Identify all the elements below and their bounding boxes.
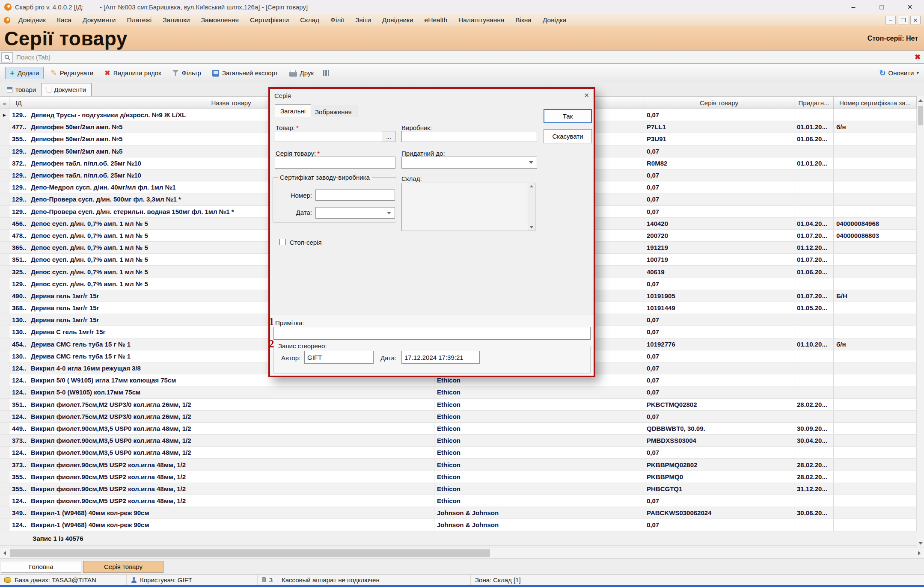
dialog-tab-image[interactable]: Зображення xyxy=(309,106,357,117)
dialog-title-bar[interactable]: Серія ✕ xyxy=(270,89,594,102)
listbox-scrollbar[interactable] xyxy=(528,183,535,231)
cert-date-combo[interactable] xyxy=(315,207,395,219)
table-row[interactable]: 349..Викрил-1 (W9468) 40мм кол-реж 90смJ… xyxy=(0,507,917,519)
menu-item[interactable]: Довідка xyxy=(543,16,567,24)
menu-item[interactable]: eHealth xyxy=(425,16,447,24)
product-browse-button[interactable]: ... xyxy=(382,131,395,142)
table-row[interactable]: 124..Викрил фиолет.90см,М3,5 USP0 кол.иг… xyxy=(0,447,917,459)
column-header[interactable]: Серія товару xyxy=(644,97,794,109)
bottom-tab-holovna[interactable]: Головна xyxy=(1,561,81,573)
table-row[interactable]: 124..Викрил фиолет.90см,М5 USP2 кол.игла… xyxy=(0,495,917,507)
pencil-icon: ✎ xyxy=(51,68,56,77)
table-cell: 129.. xyxy=(9,206,28,217)
scroll-left-icon[interactable] xyxy=(0,548,9,558)
menu-item[interactable]: Платежі xyxy=(127,16,152,24)
menu-item[interactable]: Сертифікати xyxy=(250,16,289,24)
minimize-button[interactable]: – xyxy=(839,0,868,14)
edit-button[interactable]: ✎ Редагувати xyxy=(46,66,98,80)
table-cell xyxy=(834,193,917,205)
table-cell xyxy=(834,109,917,121)
table-row[interactable]: 351..Викрил фиолет.75см,М2 USP3/0 кол.иг… xyxy=(0,399,917,411)
table-cell: 0,07 xyxy=(644,278,794,290)
table-cell: 351.. xyxy=(9,254,28,265)
menu-item[interactable]: Залишки xyxy=(163,16,190,24)
columns-icon[interactable] xyxy=(323,70,329,76)
table-cell: 01.10.20... xyxy=(794,338,834,350)
cancel-button[interactable]: Скасувати xyxy=(544,129,592,143)
manufacturer-field[interactable] xyxy=(401,131,537,142)
menu-item[interactable]: Вікна xyxy=(515,16,532,24)
note-field[interactable] xyxy=(273,327,591,340)
search-input[interactable] xyxy=(13,53,911,61)
table-cell: 01.01.20... xyxy=(794,157,834,169)
export-button[interactable]: Загальний експорт xyxy=(208,67,282,79)
clear-search-icon[interactable]: ✖ xyxy=(911,53,924,62)
warehouse-listbox[interactable] xyxy=(401,183,535,231)
created-date-field[interactable] xyxy=(401,351,480,364)
table-row[interactable]: 124..Викрил фиолет.75см,М2 USP3/0 кол.иг… xyxy=(0,411,917,423)
scroll-down-icon[interactable] xyxy=(528,224,535,231)
ok-button[interactable]: Так xyxy=(544,109,592,123)
vertical-scroll-thumb[interactable] xyxy=(918,106,923,125)
refresh-dropdown-icon[interactable]: ▾ xyxy=(916,70,919,76)
author-field[interactable] xyxy=(304,351,374,364)
tab-dokumenty[interactable]: Документи xyxy=(41,83,92,96)
table-row[interactable]: 124..Викрил 5-0 (W9105) кол.17мм 75смEth… xyxy=(0,386,917,398)
table-row[interactable]: 373..Викрил фиолет.90см,М5 USP2 кол.игла… xyxy=(0,459,917,471)
menu-item[interactable]: Замовлення xyxy=(201,16,239,24)
table-row[interactable]: 355..Викрил фиолет.90см,М5 USP2 кол.игла… xyxy=(0,483,917,495)
menu-item[interactable]: Філії xyxy=(330,16,344,24)
add-button[interactable]: + Додати xyxy=(5,67,44,79)
series-field[interactable] xyxy=(275,157,395,169)
dialog-close-icon[interactable]: ✕ xyxy=(584,92,589,99)
column-header[interactable]: Номер сертифіката за... xyxy=(834,97,917,109)
refresh-button[interactable]: ↻ Оновити ▾ xyxy=(879,68,919,78)
mdi-minimize-button[interactable]: – xyxy=(885,16,896,24)
bottom-tab-seriya-tovaru[interactable]: Серія товару xyxy=(83,561,163,573)
table-row[interactable]: 449..Викрил фиолет.90см,М3,5 USP0 кол.иг… xyxy=(0,423,917,435)
table-row[interactable]: 124..Викрил-1 (W9468) 40мм кол-реж 90смJ… xyxy=(0,519,917,531)
status-count: 3 xyxy=(258,575,277,585)
menu-item[interactable]: Довідник xyxy=(18,16,46,24)
table-cell xyxy=(794,374,834,386)
dialog-tab-general[interactable]: Загальні xyxy=(275,104,311,117)
table-cell: 0,07 xyxy=(644,169,794,181)
valid-until-combo[interactable] xyxy=(401,157,537,169)
stop-series-checkbox[interactable] xyxy=(279,239,286,245)
menu-item[interactable]: Каса xyxy=(57,16,71,24)
scroll-up-icon[interactable] xyxy=(528,183,535,190)
scroll-down-icon[interactable] xyxy=(917,539,924,548)
vertical-scrollbar[interactable] xyxy=(917,96,924,548)
row-marker-cell xyxy=(0,314,9,326)
horizontal-scrollbar[interactable] xyxy=(0,548,924,559)
table-row[interactable]: 355..Викрил фиолет.90см,М5 USP2 кол.игла… xyxy=(0,471,917,483)
print-button[interactable]: Друк xyxy=(285,67,318,79)
cert-number-field[interactable] xyxy=(315,190,395,201)
maximize-button[interactable]: □ xyxy=(868,0,896,14)
horizontal-scroll-thumb[interactable] xyxy=(10,549,490,557)
menu-item[interactable]: Документи xyxy=(83,16,116,24)
column-header[interactable]: ІД xyxy=(9,97,28,109)
mdi-close-button[interactable]: ✕ xyxy=(910,16,921,24)
filter-button[interactable]: Фільтр xyxy=(168,67,205,79)
scroll-right-icon[interactable] xyxy=(915,548,924,558)
close-button[interactable]: ✕ xyxy=(896,0,924,14)
table-cell: 0,07 xyxy=(644,519,794,531)
table-cell: 01.07.20... xyxy=(794,230,834,241)
table-cell: 200720 xyxy=(644,230,794,241)
scroll-up-icon[interactable] xyxy=(917,96,924,105)
status-zone-label: Зона: Склад [1] xyxy=(475,576,521,584)
delete-row-button[interactable]: ✖ Видалити рядок xyxy=(100,67,165,79)
menu-item[interactable]: Звіти xyxy=(355,16,371,24)
column-header[interactable]: Придатн... xyxy=(794,97,834,109)
product-field[interactable] xyxy=(275,131,382,142)
table-row[interactable]: 373..Викрил фиолет.90см,М3,5 USP0 кол.иг… xyxy=(0,435,917,447)
menu-item[interactable]: Довідники xyxy=(382,16,413,24)
menu-item[interactable]: Налаштування xyxy=(458,16,504,24)
table-cell: 124.. xyxy=(9,386,28,398)
tab-tovary[interactable]: Товари xyxy=(2,83,41,96)
mdi-restore-button[interactable] xyxy=(898,16,908,24)
table-cell: 01.12.20... xyxy=(794,242,834,253)
menu-item[interactable]: Склад xyxy=(300,16,319,24)
row-marker-cell xyxy=(0,423,9,434)
